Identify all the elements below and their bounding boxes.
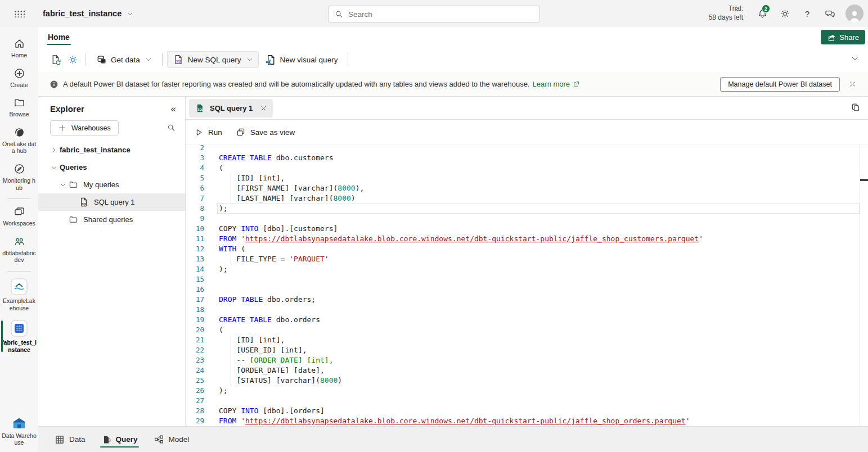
code-line-10[interactable]: 10COPY INTO [dbo].[customers] (186, 224, 868, 234)
svg-text:SQL: SQL (82, 203, 87, 206)
scrollbar-marker[interactable] (860, 179, 868, 181)
save-as-view-button[interactable]: Save as view (236, 127, 295, 137)
warehouse-settings-button[interactable] (64, 51, 81, 68)
notifications-button[interactable]: 2 (751, 2, 773, 25)
code-line-9[interactable]: 9 (186, 214, 868, 224)
code-line-22[interactable]: 22 [USER_ID] [int], (186, 345, 868, 355)
bottom-tab-label: Model (169, 435, 190, 444)
code-line-13[interactable]: 13 FILE_TYPE = 'PARQUET' (186, 254, 868, 264)
rail-item-monitoring-hub[interactable]: Monitoring hub (0, 159, 38, 196)
code-line-27[interactable]: 27 (186, 396, 868, 406)
tab-home[interactable]: Home (47, 29, 71, 46)
code-line-12[interactable]: 12WITH ( (186, 244, 868, 254)
code-line-23[interactable]: 23 -- [ORDER_DATE] [int], (186, 355, 868, 365)
code-text: [ORDER_DATE] [date], (219, 365, 325, 376)
workspace-title[interactable]: fabric_test_instance (43, 9, 133, 18)
settings-button[interactable] (773, 2, 796, 25)
collapse-explorer-button[interactable]: « (171, 104, 176, 114)
code-line-11[interactable]: 11FROM 'https://dbtlabsynapsedatalake.bl… (186, 234, 868, 244)
tree-item-queries[interactable]: Queries (38, 159, 185, 176)
notification-badge: 2 (762, 4, 770, 13)
explorer-search-button[interactable] (167, 123, 176, 133)
tree-item-label: fabric_test_instance (60, 146, 131, 154)
manage-default-dataset-button[interactable]: Manage default Power BI dataset (720, 77, 840, 92)
line-number: 6 (186, 183, 204, 193)
code-line-3[interactable]: 3CREATE TABLE dbo.customers (186, 153, 868, 163)
tree-item-shared-queries[interactable]: Shared queries (38, 211, 185, 228)
bottom-tab-query[interactable]: Query (101, 427, 138, 452)
rail-item-examplelakehouse[interactable]: ExampleLakehouse (0, 274, 38, 316)
line-number: 17 (186, 295, 204, 305)
code-line-26[interactable]: 26); (186, 386, 868, 396)
global-search[interactable] (328, 6, 540, 22)
code-line-2[interactable]: 2 (186, 145, 868, 153)
sql-editor[interactable]: 23CREATE TABLE dbo.customers4(5 [ID] [in… (186, 145, 868, 426)
tree-item-sql-query-1[interactable]: SQLSQL query 1 (38, 193, 185, 211)
line-number: 27 (186, 396, 204, 406)
waffle-icon[interactable] (0, 10, 38, 17)
code-line-28[interactable]: 28COPY INTO [dbo].[orders] (186, 406, 868, 416)
rail-item-workspaces[interactable]: Workspaces (0, 202, 38, 232)
tree-item-my-queries[interactable]: My queries (38, 176, 185, 193)
code-line-5[interactable]: 5 [ID] [int], (186, 173, 868, 183)
chevron-down-icon[interactable] (48, 164, 60, 171)
code-line-8[interactable]: 8); (186, 204, 868, 214)
code-line-19[interactable]: 19CREATE TABLE dbo.orders (186, 315, 868, 325)
code-line-6[interactable]: 6 [FIRST_NAME] [varchar](8000), (186, 183, 868, 193)
rail-item-browse[interactable]: Browse (0, 93, 38, 123)
new-warehouse-button[interactable]: Warehouses (50, 120, 119, 135)
info-icon (50, 80, 58, 88)
code-line-18[interactable]: 18 (186, 305, 868, 315)
code-line-21[interactable]: 21 [ID] [int], (186, 335, 868, 345)
avatar[interactable] (845, 4, 863, 22)
bottom-tab-model[interactable]: Model (154, 427, 190, 452)
code-line-20[interactable]: 20( (186, 325, 868, 335)
tree-item-label: Queries (60, 163, 87, 171)
chevron-down-icon[interactable] (57, 182, 69, 188)
code-line-17[interactable]: 17DROP TABLE dbo.orders; (186, 295, 868, 305)
code-line-7[interactable]: 7 [LAST_NAME] [varchar](8000) (186, 193, 868, 204)
code-line-24[interactable]: 24 [ORDER_DATE] [date], (186, 365, 868, 376)
code-line-29[interactable]: 29FROM 'https://dbtlabsynapsedatalake.bl… (186, 416, 868, 426)
get-data-button[interactable]: Get data (91, 51, 158, 68)
line-number: 14 (186, 264, 204, 274)
code-line-15[interactable]: 15 (186, 274, 868, 284)
close-icon (260, 105, 267, 112)
query-tab-sql-query-1[interactable]: SQL SQL query 1 (189, 99, 273, 117)
chevron-down-icon (246, 56, 253, 63)
search-input[interactable] (348, 10, 534, 19)
close-tab-button[interactable] (258, 102, 269, 114)
code-text: FROM 'https://dbtlabsynapsedatalake.blob… (219, 234, 703, 244)
new-visual-query-button[interactable]: New visual query (259, 51, 344, 68)
code-text: FILE_TYPE = 'PARQUET' (219, 254, 329, 264)
tree-item-label: My queries (83, 180, 119, 189)
rail-item-fabric-test-instance[interactable]: fabric_test_instance (0, 316, 38, 358)
data-warehouse-icon (12, 417, 26, 430)
learn-more-link[interactable]: Learn more (533, 80, 580, 88)
bottom-tab-data[interactable]: Data (55, 427, 86, 452)
code-line-14[interactable]: 14); (186, 264, 868, 274)
line-number: 11 (186, 234, 204, 244)
share-button[interactable]: Share (821, 30, 865, 44)
code-line-16[interactable]: 16 (186, 284, 868, 295)
feedback-button[interactable] (818, 2, 841, 25)
code-line-25[interactable]: 25 [STATUS] [varchar](8000) (186, 376, 868, 386)
rail-item-onelake-data-hub[interactable]: OneLake data hub (0, 123, 38, 159)
rail-item-create[interactable]: Create (0, 64, 38, 93)
code-line-4[interactable]: 4( (186, 163, 868, 173)
new-sql-query-button[interactable]: SQL New SQL query (167, 51, 259, 68)
copy-button[interactable] (851, 102, 861, 112)
run-button[interactable]: Run (194, 128, 222, 137)
chevron-down-icon (145, 56, 152, 63)
explorer-panel: Explorer « Warehouses fabric_test_instan… (38, 97, 186, 426)
rail-item-data-warehouse[interactable]: Data Warehouse (0, 413, 38, 451)
refresh-document-button[interactable] (47, 51, 64, 68)
collapse-ribbon-button[interactable] (851, 55, 859, 63)
rail-item-home[interactable]: Home (0, 34, 38, 64)
help-button[interactable]: ? (796, 2, 818, 25)
chevron-right-icon[interactable] (48, 147, 60, 153)
tree-item-fabric-test-instance[interactable]: fabric_test_instance (38, 141, 185, 159)
rail-item-dbtlabsfabricdev[interactable]: dbtlabsfabricdev (0, 232, 38, 268)
external-link-icon (573, 80, 580, 88)
banner-close-button[interactable] (843, 75, 861, 93)
